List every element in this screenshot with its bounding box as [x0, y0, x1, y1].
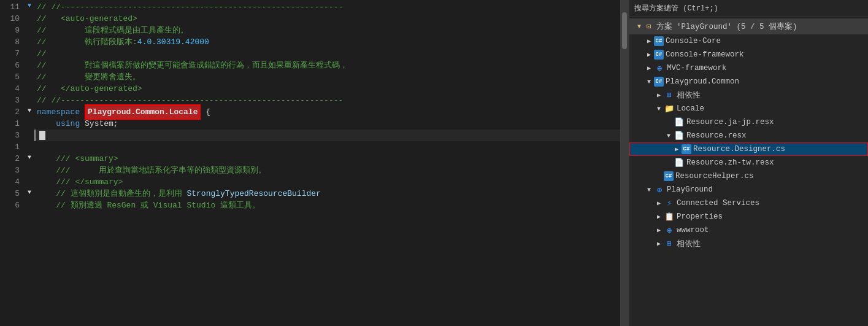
tree-item-resource-ja[interactable]: ▶ 📄 Resource.ja-jp.resx: [629, 115, 868, 129]
cursor: [39, 131, 45, 140]
properties-icon: 📋: [664, 211, 675, 222]
chevron-right-icon: ▶: [654, 90, 664, 100]
chevron-down-icon: ▼: [644, 185, 654, 195]
cs-icon: C#: [654, 77, 664, 87]
tree-item-label: Locale: [677, 104, 704, 113]
fold-icon[interactable]: ▼: [25, 187, 34, 198]
code-line: /// </summary>: [34, 176, 620, 188]
code-line: // <auto-generated>: [34, 13, 620, 25]
code-line: /// 用於查詢當地語系化字串等的強類型資源類別。: [34, 165, 620, 176]
chevron-right-icon: ▶: [644, 36, 654, 46]
chevron-right-icon: ▶: [644, 50, 654, 60]
chevron-down-icon: ▼: [654, 104, 664, 114]
code-line: // 這個類別是自動產生的，是利用 StronglyTypedResourceB…: [34, 188, 620, 200]
fold-icon: [25, 58, 34, 70]
fold-icon[interactable]: ▼: [25, 0, 34, 12]
code-line: // </auto-generated>: [34, 83, 620, 95]
code-line: using System;: [34, 118, 620, 130]
code-line: // //-----------------------------------…: [34, 1, 620, 13]
code-content[interactable]: // //-----------------------------------…: [34, 0, 620, 326]
tree-item-resource-zh[interactable]: ▶ 📄 Resource.zh-tw.resx: [629, 156, 868, 169]
tree-item-playground[interactable]: ▼ ⊕ PlayGround: [629, 183, 868, 196]
code-line: [34, 141, 620, 153]
tree-item-console-framework[interactable]: ▶ C# Console-framework: [629, 48, 868, 61]
tree-item-label: wwwroot: [677, 226, 709, 235]
tree-item-label: MVC-framework: [667, 64, 727, 72]
tree-item-label: ResourceHelper.cs: [675, 172, 754, 180]
file-icon: 📄: [674, 130, 685, 141]
fold-icon: [25, 117, 34, 128]
wwwroot-icon: ⊕: [664, 225, 675, 236]
tree-item-label: Playgroud.Common: [666, 77, 739, 86]
tree-item-playgroud-common[interactable]: ▼ C# Playgroud.Common: [629, 75, 868, 88]
tree-item-console-core[interactable]: ▶ C# Console-Core: [629, 34, 868, 48]
cs-icon: C#: [682, 144, 691, 154]
tree-item-label: 相依性: [677, 90, 701, 101]
solution-tree[interactable]: ▼ ⊡ 方案 'PlayGround' (5 / 5 個專案) ▶ C# Con…: [629, 17, 868, 326]
fold-icon: [25, 35, 34, 47]
chevron-right-icon: ▶: [654, 212, 664, 222]
fold-icon: [25, 198, 34, 210]
tree-item-properties[interactable]: ▶ 📋 Properties: [629, 210, 868, 223]
tree-item-label: PlayGround: [667, 185, 713, 194]
tree-item-mvc-framework[interactable]: ▶ ⊕ MVC-framework: [629, 61, 868, 75]
fold-icon[interactable]: ▼: [25, 105, 34, 117]
tree-item-resource-helper[interactable]: ▶ C# ResourceHelper.cs: [629, 169, 868, 183]
tree-item-resource-resx[interactable]: ▼ 📄 Resource.resx: [629, 129, 868, 142]
fold-icon: [25, 23, 34, 35]
code-line: // 執行階段版本:4.0.30319.42000: [34, 36, 620, 48]
fold-icon: [25, 175, 34, 187]
solution-icon: ⊡: [647, 21, 651, 31]
tree-item-deps2[interactable]: ▶ ⊞ 相依性: [629, 237, 868, 250]
solution-explorer-header: 搜尋方案總管 (Ctrl+;): [629, 0, 868, 17]
solution-explorer-panel: 搜尋方案總管 (Ctrl+;) ▼ ⊡ 方案 'PlayGround' (5 /…: [629, 0, 868, 326]
cs-icon: C#: [654, 36, 664, 46]
tree-item-label: 相依性: [677, 239, 701, 249]
tree-item-connected-services[interactable]: ▶ ⚡ Connected Services: [629, 196, 868, 210]
chevron-right-icon: ▶: [654, 198, 664, 208]
editor-panel: 11 10 9 8 7 6 5 4 3 2 1 3 1 2 3 4 5 6 ▼: [0, 0, 629, 326]
code-line: // 這段程式碼是由工具產生的。: [34, 25, 620, 36]
globe-icon: ⊕: [654, 184, 665, 195]
fold-icon: [25, 140, 34, 152]
expand-icon: ▼: [634, 21, 644, 31]
file-icon: 📄: [674, 157, 685, 168]
fold-icon: [25, 128, 34, 140]
scrollbar-thumb[interactable]: [622, 12, 627, 49]
namespace-line: namespace Playgroud.Common.Locale {: [34, 106, 620, 118]
solution-explorer-title: 搜尋方案總管 (Ctrl+;): [634, 3, 718, 14]
cs-icon: C#: [654, 50, 664, 60]
solution-root[interactable]: ▼ ⊡ 方案 'PlayGround' (5 / 5 個專案): [629, 18, 868, 34]
fold-icon: [25, 163, 34, 175]
deps-icon: ⊞: [664, 90, 675, 101]
code-line: /// <summary>: [34, 153, 620, 165]
deps-icon: ⊞: [664, 238, 675, 249]
active-code-line[interactable]: [34, 130, 620, 141]
chevron-right-icon: ▶: [672, 144, 682, 154]
chevron-right-icon: ▶: [644, 63, 654, 73]
fold-column: ▼ ▼ ▼ ▼: [25, 0, 34, 326]
code-line: // 對這個檔案所做的變更可能會造成錯誤的行為，而且如果重新產生程式碼，: [34, 60, 620, 71]
code-line: // 變更將會遺失。: [34, 71, 620, 83]
line-numbers: 11 10 9 8 7 6 5 4 3 2 1 3 1 2 3 4 5 6: [0, 0, 25, 326]
folder-icon: 📁: [664, 103, 675, 114]
tree-item-resource-designer[interactable]: ▶ C# Resource.Designer.cs: [629, 142, 868, 156]
fold-icon: [25, 70, 34, 82]
tree-item-locale[interactable]: ▼ 📁 Locale: [629, 102, 868, 115]
scrollbar-track[interactable]: [620, 0, 629, 326]
cs-icon: C#: [664, 171, 674, 181]
solution-label: 方案 'PlayGround' (5 / 5 個專案): [656, 21, 797, 32]
tree-item-deps[interactable]: ▶ ⊞ 相依性: [629, 88, 868, 102]
tree-item-wwwroot[interactable]: ▶ ⊕ wwwroot: [629, 223, 868, 237]
tree-item-label: Resource.Designer.cs: [693, 145, 785, 153]
code-line: //: [34, 48, 620, 60]
tree-item-label: Properties: [677, 212, 723, 221]
fold-icon: [25, 47, 34, 58]
tree-item-label: Resource.resx: [686, 131, 747, 140]
chevron-right-icon: ▶: [654, 239, 664, 249]
fold-icon[interactable]: ▼: [25, 152, 34, 163]
tree-item-label: Resource.zh-tw.resx: [686, 158, 774, 167]
fold-icon: [25, 93, 34, 105]
chevron-down-icon: ▼: [664, 131, 674, 141]
tree-item-label: Console-Core: [666, 37, 721, 45]
